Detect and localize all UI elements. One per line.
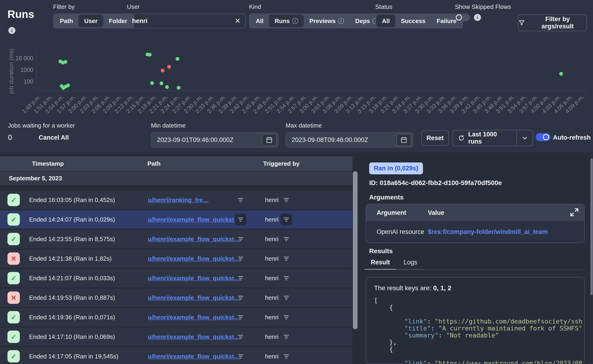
table-scrollbar[interactable] — [352, 171, 358, 364]
auto-refresh-label: Auto-refresh — [553, 134, 591, 141]
y-tick-label: 100 — [7, 78, 33, 85]
row-path-link[interactable]: u/henri/example_flow_quickst… — [148, 255, 240, 262]
table-row[interactable]: ✓ Ended 14:21:07 (Ran in 0,033s) u/henri… — [0, 269, 352, 287]
filter-lines-icon — [284, 353, 289, 359]
min-datetime-group: Min datetime 2023-09-01T09:46:00.000Z — [151, 122, 279, 148]
code-line: "summary": "Not readable" — [374, 332, 584, 339]
resource-link[interactable]: $res:f/company-folder/windmill_ai_team — [428, 228, 548, 235]
dropdown-chevron[interactable] — [517, 135, 533, 141]
results-heading: Results — [369, 247, 393, 255]
filter-lines-icon — [238, 334, 243, 340]
table-row[interactable]: ✕ Ended 14:21:38 (Ran in 1,82s) u/henri/… — [0, 249, 352, 268]
chart-point[interactable] — [159, 81, 163, 85]
table-row[interactable]: ✓ Ended 14:17:10 (Ran in 0,069s) u/henri… — [0, 328, 352, 346]
filter-by-option-path[interactable]: Path — [54, 15, 79, 27]
filter-lines-icon — [238, 275, 243, 281]
user-filter-button[interactable] — [280, 351, 292, 362]
chart-point[interactable] — [177, 86, 180, 90]
chart-point[interactable] — [150, 81, 154, 85]
path-filter-button[interactable] — [235, 331, 246, 343]
scrollbar-thumb[interactable] — [590, 158, 593, 295]
row-path-link[interactable]: u/henri/example_flow_quickst… — [148, 294, 240, 301]
row-path-link[interactable]: u/henri/ranking_fre… — [148, 196, 209, 204]
row-path-link[interactable]: u/henri/example_flow_quickst… — [148, 216, 240, 223]
table-row[interactable]: ✓ Ended 14:23:55 (Ran in 8,575s) u/henri… — [0, 230, 352, 248]
calendar-button[interactable] — [396, 134, 411, 146]
path-filter-button[interactable] — [235, 253, 246, 264]
status-icon: ✓ — [7, 331, 20, 343]
column-timestamp[interactable]: Timestamp — [32, 160, 64, 167]
calendar-icon — [266, 136, 272, 143]
table-row[interactable]: ✓ Ended 14:19:36 (Ran in 0,071s) u/henri… — [0, 308, 352, 326]
row-triggered-by: henri — [265, 294, 279, 301]
chart-point[interactable] — [176, 57, 179, 61]
kind-option-previews[interactable]: Previews i — [304, 15, 349, 27]
code-line: "title": "A currently maintained fork of… — [374, 325, 584, 332]
status-icon: ✓ — [7, 272, 20, 284]
filter-args-button[interactable]: Filter by args/result — [518, 14, 587, 31]
info-icon[interactable]: i — [292, 18, 298, 24]
user-filter-button[interactable] — [280, 214, 292, 225]
path-filter-button[interactable] — [235, 351, 246, 362]
row-path-link[interactable]: u/henri/example_flow_quickst… — [148, 353, 240, 360]
tab-result[interactable]: Result — [364, 257, 396, 268]
table-row[interactable]: ✕ Ended 14:19:53 (Ran in 0,887s) u/henri… — [0, 289, 352, 307]
chart-point[interactable] — [559, 72, 563, 76]
chart-point[interactable] — [167, 65, 171, 69]
status-icon: ✕ — [7, 292, 20, 304]
kind-option-runs[interactable]: Runs i — [269, 15, 304, 27]
calendar-button[interactable] — [262, 134, 277, 146]
column-path[interactable]: Path — [147, 160, 160, 167]
path-filter-button[interactable] — [235, 312, 246, 323]
user-filter-button[interactable] — [280, 272, 292, 284]
reset-button[interactable]: Reset — [421, 130, 449, 146]
row-path-link[interactable]: u/henri/example_flow_quickst… — [148, 235, 240, 243]
path-filter-button[interactable] — [235, 194, 246, 206]
user-filter-button[interactable] — [280, 253, 292, 264]
info-icon[interactable]: i — [338, 18, 344, 24]
clear-icon[interactable]: ✕ — [235, 18, 241, 25]
expand-icon[interactable] — [570, 208, 579, 217]
table-row[interactable]: ✓ Ended 16:03:05 (Ran in 0,452s) u/henri… — [0, 191, 352, 209]
skipped-flows-toggle[interactable] — [455, 13, 470, 21]
chart-point[interactable] — [148, 53, 152, 57]
auto-refresh-toggle[interactable] — [536, 133, 551, 141]
row-path-link[interactable]: u/henri/example_flow_quickst… — [148, 275, 240, 282]
last-runs-button[interactable]: Last 1000 runs — [453, 130, 533, 146]
row-triggered-by: henri — [265, 353, 279, 360]
scrollbar-thumb[interactable] — [353, 171, 357, 329]
user-filter-button[interactable] — [280, 292, 292, 304]
row-path-link[interactable]: u/henri/example_flow_quickst… — [148, 314, 240, 321]
cancel-all-button[interactable]: Cancel All — [39, 134, 69, 141]
filter-lines-icon — [284, 295, 289, 301]
table-row[interactable]: ✓ Ended 14:24:07 (Ran in 0,029s) u/henri… — [0, 210, 352, 228]
status-option-success[interactable]: Success — [395, 15, 431, 27]
status-option-all[interactable]: All — [376, 15, 395, 27]
column-triggered-by[interactable]: Triggered by — [263, 160, 300, 167]
info-icon[interactable]: i — [474, 14, 481, 21]
path-filter-button[interactable] — [235, 214, 246, 225]
user-filter-button[interactable] — [280, 312, 292, 323]
filter-by-option-user[interactable]: User — [79, 15, 103, 27]
chart-point[interactable] — [161, 69, 165, 72]
panel-scrollbar[interactable] — [590, 152, 593, 364]
chart-point[interactable] — [64, 60, 67, 64]
chart-point[interactable] — [165, 85, 169, 89]
chart-point[interactable] — [66, 84, 70, 87]
table-row[interactable]: ✓ Ended 14:17:05 (Ran in 19,545s) u/henr… — [0, 347, 352, 364]
kind-option-all[interactable]: All — [250, 15, 269, 27]
max-datetime-input[interactable]: 2023-09-08T09:46:00.000Z — [286, 132, 413, 148]
path-filter-button[interactable] — [235, 233, 246, 245]
path-filter-button[interactable] — [235, 272, 246, 284]
user-filter-button[interactable] — [280, 331, 292, 343]
path-filter-button[interactable] — [235, 292, 246, 304]
user-input[interactable]: henri ✕ — [127, 13, 246, 28]
x-axis-line — [36, 91, 588, 91]
row-path-link[interactable]: u/henri/example_flow_quickst… — [148, 333, 240, 340]
user-filter-button[interactable] — [280, 233, 292, 245]
user-filter-button[interactable] — [280, 194, 292, 206]
result-keys: 0, 1, 2 — [433, 284, 451, 292]
tab-logs[interactable]: Logs — [396, 257, 425, 268]
min-datetime-input[interactable]: 2023-09-01T09:46:00.000Z — [151, 132, 279, 148]
code-line — [374, 311, 584, 318]
